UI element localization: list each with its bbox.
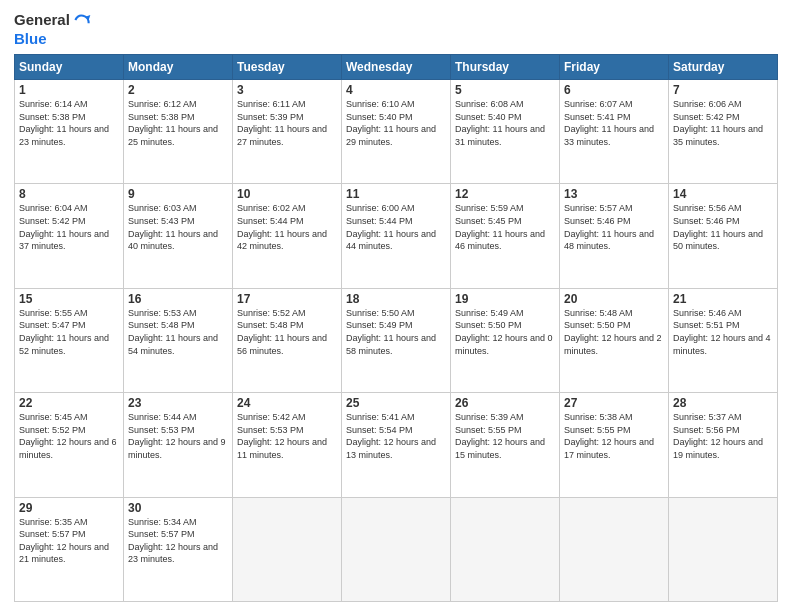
day-number: 1 — [19, 83, 119, 97]
day-info: Sunrise: 5:50 AMSunset: 5:49 PMDaylight:… — [346, 307, 446, 357]
day-number: 2 — [128, 83, 228, 97]
day-cell-16: 16 Sunrise: 5:53 AMSunset: 5:48 PMDaylig… — [124, 288, 233, 392]
day-cell-14: 14 Sunrise: 5:56 AMSunset: 5:46 PMDaylig… — [669, 184, 778, 288]
day-number: 12 — [455, 187, 555, 201]
day-number: 16 — [128, 292, 228, 306]
weekday-sunday: Sunday — [15, 55, 124, 80]
day-number: 10 — [237, 187, 337, 201]
day-cell-3: 3 Sunrise: 6:11 AMSunset: 5:39 PMDayligh… — [233, 80, 342, 184]
day-info: Sunrise: 6:12 AMSunset: 5:38 PMDaylight:… — [128, 98, 228, 148]
day-cell-empty — [233, 497, 342, 601]
logo-icon — [72, 10, 92, 30]
day-number: 19 — [455, 292, 555, 306]
day-cell-8: 8 Sunrise: 6:04 AMSunset: 5:42 PMDayligh… — [15, 184, 124, 288]
day-cell-17: 17 Sunrise: 5:52 AMSunset: 5:48 PMDaylig… — [233, 288, 342, 392]
day-cell-22: 22 Sunrise: 5:45 AMSunset: 5:52 PMDaylig… — [15, 393, 124, 497]
day-info: Sunrise: 5:49 AMSunset: 5:50 PMDaylight:… — [455, 307, 555, 357]
day-number: 11 — [346, 187, 446, 201]
calendar: SundayMondayTuesdayWednesdayThursdayFrid… — [14, 54, 778, 602]
day-number: 29 — [19, 501, 119, 515]
day-cell-26: 26 Sunrise: 5:39 AMSunset: 5:55 PMDaylig… — [451, 393, 560, 497]
weekday-friday: Friday — [560, 55, 669, 80]
day-cell-20: 20 Sunrise: 5:48 AMSunset: 5:50 PMDaylig… — [560, 288, 669, 392]
day-info: Sunrise: 6:14 AMSunset: 5:38 PMDaylight:… — [19, 98, 119, 148]
week-row-5: 29 Sunrise: 5:35 AMSunset: 5:57 PMDaylig… — [15, 497, 778, 601]
day-info: Sunrise: 5:35 AMSunset: 5:57 PMDaylight:… — [19, 516, 119, 566]
day-info: Sunrise: 6:04 AMSunset: 5:42 PMDaylight:… — [19, 202, 119, 252]
logo: General Blue — [14, 10, 92, 48]
day-info: Sunrise: 6:00 AMSunset: 5:44 PMDaylight:… — [346, 202, 446, 252]
day-cell-24: 24 Sunrise: 5:42 AMSunset: 5:53 PMDaylig… — [233, 393, 342, 497]
day-info: Sunrise: 5:57 AMSunset: 5:46 PMDaylight:… — [564, 202, 664, 252]
day-info: Sunrise: 5:39 AMSunset: 5:55 PMDaylight:… — [455, 411, 555, 461]
weekday-tuesday: Tuesday — [233, 55, 342, 80]
day-info: Sunrise: 5:59 AMSunset: 5:45 PMDaylight:… — [455, 202, 555, 252]
day-cell-13: 13 Sunrise: 5:57 AMSunset: 5:46 PMDaylig… — [560, 184, 669, 288]
day-number: 25 — [346, 396, 446, 410]
day-cell-empty — [342, 497, 451, 601]
week-row-3: 15 Sunrise: 5:55 AMSunset: 5:47 PMDaylig… — [15, 288, 778, 392]
day-cell-empty — [560, 497, 669, 601]
logo-blue: Blue — [14, 30, 92, 48]
day-info: Sunrise: 5:34 AMSunset: 5:57 PMDaylight:… — [128, 516, 228, 566]
day-number: 22 — [19, 396, 119, 410]
day-cell-11: 11 Sunrise: 6:00 AMSunset: 5:44 PMDaylig… — [342, 184, 451, 288]
day-number: 21 — [673, 292, 773, 306]
weekday-header-row: SundayMondayTuesdayWednesdayThursdayFrid… — [15, 55, 778, 80]
day-info: Sunrise: 6:02 AMSunset: 5:44 PMDaylight:… — [237, 202, 337, 252]
day-number: 28 — [673, 396, 773, 410]
day-cell-5: 5 Sunrise: 6:08 AMSunset: 5:40 PMDayligh… — [451, 80, 560, 184]
weekday-monday: Monday — [124, 55, 233, 80]
day-number: 13 — [564, 187, 664, 201]
day-info: Sunrise: 6:10 AMSunset: 5:40 PMDaylight:… — [346, 98, 446, 148]
day-number: 27 — [564, 396, 664, 410]
day-number: 17 — [237, 292, 337, 306]
day-cell-15: 15 Sunrise: 5:55 AMSunset: 5:47 PMDaylig… — [15, 288, 124, 392]
week-row-4: 22 Sunrise: 5:45 AMSunset: 5:52 PMDaylig… — [15, 393, 778, 497]
day-number: 18 — [346, 292, 446, 306]
weekday-saturday: Saturday — [669, 55, 778, 80]
day-info: Sunrise: 5:41 AMSunset: 5:54 PMDaylight:… — [346, 411, 446, 461]
day-number: 4 — [346, 83, 446, 97]
day-number: 23 — [128, 396, 228, 410]
day-info: Sunrise: 6:07 AMSunset: 5:41 PMDaylight:… — [564, 98, 664, 148]
day-info: Sunrise: 5:52 AMSunset: 5:48 PMDaylight:… — [237, 307, 337, 357]
day-info: Sunrise: 5:46 AMSunset: 5:51 PMDaylight:… — [673, 307, 773, 357]
day-number: 6 — [564, 83, 664, 97]
day-number: 3 — [237, 83, 337, 97]
day-info: Sunrise: 5:48 AMSunset: 5:50 PMDaylight:… — [564, 307, 664, 357]
day-cell-6: 6 Sunrise: 6:07 AMSunset: 5:41 PMDayligh… — [560, 80, 669, 184]
day-cell-21: 21 Sunrise: 5:46 AMSunset: 5:51 PMDaylig… — [669, 288, 778, 392]
day-cell-19: 19 Sunrise: 5:49 AMSunset: 5:50 PMDaylig… — [451, 288, 560, 392]
day-cell-10: 10 Sunrise: 6:02 AMSunset: 5:44 PMDaylig… — [233, 184, 342, 288]
day-number: 30 — [128, 501, 228, 515]
day-info: Sunrise: 5:53 AMSunset: 5:48 PMDaylight:… — [128, 307, 228, 357]
day-info: Sunrise: 6:08 AMSunset: 5:40 PMDaylight:… — [455, 98, 555, 148]
day-info: Sunrise: 5:37 AMSunset: 5:56 PMDaylight:… — [673, 411, 773, 461]
day-number: 5 — [455, 83, 555, 97]
day-cell-empty — [451, 497, 560, 601]
day-cell-12: 12 Sunrise: 5:59 AMSunset: 5:45 PMDaylig… — [451, 184, 560, 288]
day-cell-30: 30 Sunrise: 5:34 AMSunset: 5:57 PMDaylig… — [124, 497, 233, 601]
day-cell-28: 28 Sunrise: 5:37 AMSunset: 5:56 PMDaylig… — [669, 393, 778, 497]
day-info: Sunrise: 5:45 AMSunset: 5:52 PMDaylight:… — [19, 411, 119, 461]
day-cell-4: 4 Sunrise: 6:10 AMSunset: 5:40 PMDayligh… — [342, 80, 451, 184]
day-info: Sunrise: 5:42 AMSunset: 5:53 PMDaylight:… — [237, 411, 337, 461]
day-cell-1: 1 Sunrise: 6:14 AMSunset: 5:38 PMDayligh… — [15, 80, 124, 184]
day-number: 8 — [19, 187, 119, 201]
day-cell-25: 25 Sunrise: 5:41 AMSunset: 5:54 PMDaylig… — [342, 393, 451, 497]
day-number: 26 — [455, 396, 555, 410]
day-number: 20 — [564, 292, 664, 306]
weekday-thursday: Thursday — [451, 55, 560, 80]
day-info: Sunrise: 5:55 AMSunset: 5:47 PMDaylight:… — [19, 307, 119, 357]
day-number: 14 — [673, 187, 773, 201]
day-number: 15 — [19, 292, 119, 306]
week-row-1: 1 Sunrise: 6:14 AMSunset: 5:38 PMDayligh… — [15, 80, 778, 184]
day-number: 9 — [128, 187, 228, 201]
day-info: Sunrise: 5:38 AMSunset: 5:55 PMDaylight:… — [564, 411, 664, 461]
day-info: Sunrise: 6:11 AMSunset: 5:39 PMDaylight:… — [237, 98, 337, 148]
day-cell-7: 7 Sunrise: 6:06 AMSunset: 5:42 PMDayligh… — [669, 80, 778, 184]
day-info: Sunrise: 5:56 AMSunset: 5:46 PMDaylight:… — [673, 202, 773, 252]
page: General Blue SundayMondayTuesdayWednesda… — [0, 0, 792, 612]
week-row-2: 8 Sunrise: 6:04 AMSunset: 5:42 PMDayligh… — [15, 184, 778, 288]
